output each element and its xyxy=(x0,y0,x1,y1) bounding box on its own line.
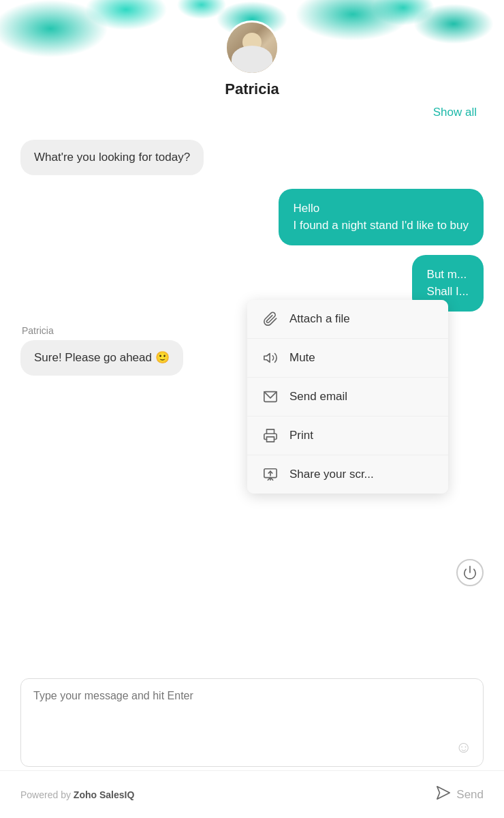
paperclip-icon xyxy=(261,309,280,329)
context-menu-email[interactable]: Send email xyxy=(247,378,448,416)
outgoing-line1: Hello xyxy=(294,202,320,215)
outgoing-message-1: Hello I found a night stand I'd like to … xyxy=(20,189,484,245)
context-menu-attach[interactable]: Attach a file xyxy=(247,300,448,339)
bubble-outgoing-1: Hello I found a night stand I'd like to … xyxy=(279,189,484,245)
context-menu-mute[interactable]: Mute xyxy=(247,339,448,378)
show-all-button[interactable]: Show all xyxy=(433,106,477,119)
message-input[interactable] xyxy=(33,690,471,751)
bubble-incoming-1: What're you looking for today? xyxy=(20,140,204,175)
powered-by-prefix: Powered by xyxy=(20,789,74,800)
svg-marker-0 xyxy=(264,354,270,363)
power-end-button[interactable] xyxy=(456,559,484,586)
svg-rect-2 xyxy=(267,437,274,442)
bubble-incoming-2: Sure! Please go ahead 🙂 xyxy=(20,340,183,376)
send-label: Send xyxy=(456,788,484,802)
message-input-area: ☺ xyxy=(20,678,484,767)
powered-by: Powered by Zoho SalesIQ xyxy=(20,789,134,800)
mute-label: Mute xyxy=(289,351,315,365)
emoji-button[interactable]: ☺ xyxy=(455,738,472,757)
footer: Powered by Zoho SalesIQ Send xyxy=(0,770,504,818)
attach-label: Attach a file xyxy=(289,312,350,326)
message-input-container: ☺ xyxy=(20,678,484,767)
outgoing-line2: I found a night stand I'd like to buy xyxy=(294,219,469,232)
print-icon xyxy=(261,426,280,445)
avatar xyxy=(225,20,279,75)
send-button[interactable]: Send xyxy=(436,785,484,804)
context-menu-share[interactable]: Share your scr... xyxy=(247,455,448,494)
send-icon xyxy=(436,785,451,804)
print-label: Print xyxy=(289,429,313,442)
partial-line2: Shall I... xyxy=(427,285,469,298)
partial-line1: But m... xyxy=(427,268,467,281)
context-menu: Attach a file Mute Send email xyxy=(247,300,448,494)
context-menu-print[interactable]: Print xyxy=(247,416,448,455)
agent-name: Patricia xyxy=(225,80,279,98)
incoming-message-1: What're you looking for today? xyxy=(20,140,484,175)
powered-by-brand: Zoho SalesIQ xyxy=(74,789,134,800)
share-label: Share your scr... xyxy=(289,468,374,481)
svg-marker-7 xyxy=(437,787,450,799)
speaker-icon xyxy=(261,348,280,367)
avatar-image xyxy=(227,22,277,73)
email-icon xyxy=(261,387,280,406)
email-label: Send email xyxy=(289,390,347,404)
avatar-person-silhouette xyxy=(227,22,277,73)
share-screen-icon xyxy=(261,465,280,484)
header: Patricia xyxy=(0,0,504,130)
